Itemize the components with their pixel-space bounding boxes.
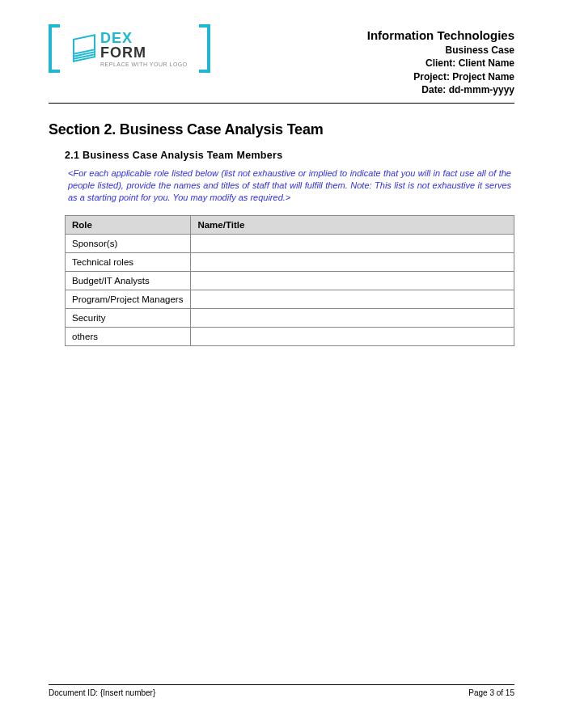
table-row: Sponsor(s) — [66, 234, 514, 252]
page-header: DEX FORM REPLACE WITH YOUR LOGO Informat… — [49, 24, 514, 96]
page-footer: Document ID: {Insert number} Page 3 of 1… — [49, 684, 514, 697]
header-project: Project: Project Name — [367, 70, 514, 83]
team-table: Role Name/Title Sponsor(s) Technical rol… — [65, 215, 514, 346]
role-cell: Sponsor(s) — [66, 234, 191, 252]
header-info: Information Technologies Business Case C… — [367, 24, 514, 96]
logo-text-line1: DEX — [100, 31, 188, 45]
name-cell — [191, 327, 514, 345]
header-client: Client: Client Name — [367, 57, 514, 70]
logo: DEX FORM REPLACE WITH YOUR LOGO — [49, 24, 210, 73]
logo-bracket-right-icon — [199, 24, 210, 73]
table-row: Security — [66, 308, 514, 327]
logo-text-line2: FORM — [100, 45, 188, 60]
name-cell — [191, 308, 514, 327]
subsection-title: 2.1 Business Case Analysis Team Members — [65, 150, 514, 161]
role-cell: others — [66, 327, 191, 345]
subsection: 2.1 Business Case Analysis Team Members … — [49, 150, 514, 346]
name-cell — [191, 252, 514, 271]
header-divider — [49, 103, 514, 104]
role-cell: Security — [66, 308, 191, 327]
table-row: Program/Project Managers — [66, 290, 514, 308]
logo-bracket-left-icon — [49, 24, 60, 73]
header-date: Date: dd-mmm-yyyy — [367, 83, 514, 96]
table-row: Budget/IT Analysts — [66, 271, 514, 290]
table-row: Technical roles — [66, 252, 514, 271]
table-header-name: Name/Title — [191, 215, 514, 234]
header-title: Information Technologies — [367, 28, 514, 44]
section-title: Section 2. Business Case Analysis Team — [49, 121, 514, 138]
role-cell: Budget/IT Analysts — [66, 271, 191, 290]
footer-page: Page 3 of 15 — [468, 688, 514, 697]
name-cell — [191, 271, 514, 290]
name-cell — [191, 234, 514, 252]
logo-subtext: REPLACE WITH YOUR LOGO — [100, 61, 188, 67]
footer-doc-id: Document ID: {Insert number} — [49, 688, 155, 697]
table-header-role: Role — [66, 215, 191, 234]
footer-divider — [49, 684, 514, 685]
table-row: others — [66, 327, 514, 345]
logo-stack-icon — [71, 36, 97, 61]
instruction-text: <For each applicable role listed below (… — [65, 167, 514, 204]
name-cell — [191, 290, 514, 308]
role-cell: Technical roles — [66, 252, 191, 271]
role-cell: Program/Project Managers — [66, 290, 191, 308]
table-header-row: Role Name/Title — [66, 215, 514, 234]
header-line2: Business Case — [367, 44, 514, 57]
